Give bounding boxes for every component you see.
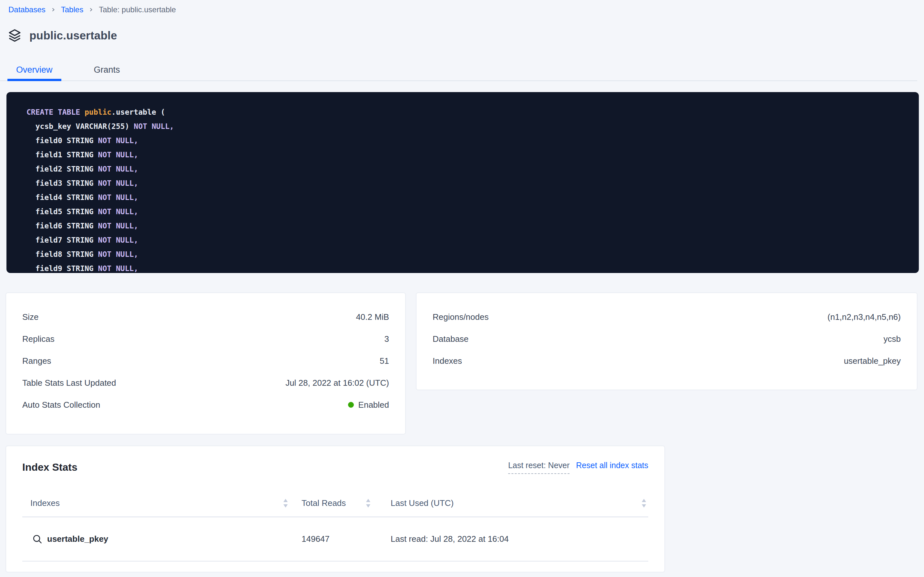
summary-value: ycsb [884, 334, 901, 344]
tab-overview[interactable]: Overview [7, 61, 61, 81]
code-line: field6 STRING NOT NULL, [26, 219, 909, 233]
code-line: ycsb_key VARCHAR(255) NOT NULL, [26, 119, 909, 134]
summary-label: Auto Stats Collection [22, 400, 100, 410]
summary-value: (n1,n2,n3,n4,n5,n6) [828, 312, 901, 322]
breadcrumb-current: Table: public.usertable [99, 5, 176, 14]
summary-label: Ranges [22, 356, 51, 366]
chevron-right-icon [89, 7, 93, 12]
summary-row: Table Stats Last UpdatedJul 28, 2022 at … [22, 372, 389, 394]
table-summary-card: Size40.2 MiBReplicas3Ranges51Table Stats… [6, 293, 405, 434]
sort-icon [283, 499, 288, 508]
index-table-header: IndexesTotal ReadsLast Used (UTC) [22, 490, 648, 517]
summary-row: Replicas3 [22, 328, 389, 350]
code-line: field3 STRING NOT NULL, [26, 176, 909, 190]
tab-grants[interactable]: Grants [85, 61, 129, 81]
summary-label: Indexes [432, 356, 462, 366]
breadcrumb: Databases Tables Table: public.usertable [0, 0, 924, 15]
summary-value: 3 [384, 334, 389, 344]
code-line: field7 STRING NOT NULL, [26, 233, 909, 247]
summary-value: 51 [380, 356, 389, 366]
summary-label: Regions/nodes [432, 312, 489, 322]
summary-label: Size [22, 312, 39, 322]
database-summary-card: Regions/nodes(n1,n2,n3,n4,n5,n6)Database… [416, 293, 917, 390]
index-table-row: usertable_pkey149647Last read: Jul 28, 2… [22, 517, 648, 561]
summary-label: Database [432, 334, 468, 344]
sort-icon [641, 499, 646, 508]
code-line: field9 STRING NOT NULL, [26, 261, 909, 273]
total-reads-cell: 149647 [292, 534, 383, 544]
sort-icon [366, 499, 371, 508]
summary-row: Ranges51 [22, 350, 389, 372]
code-line: field5 STRING NOT NULL, [26, 205, 909, 219]
last-reset-info[interactable]: Last reset: Never [508, 461, 569, 474]
status-dot-icon [348, 402, 354, 408]
summary-cards: Size40.2 MiBReplicas3Ranges51Table Stats… [6, 293, 917, 434]
summary-row: Auto Stats CollectionEnabled [22, 394, 389, 416]
chevron-right-icon [51, 7, 56, 12]
summary-label: Table Stats Last Updated [22, 378, 116, 388]
index-stats-title: Index Stats [22, 460, 77, 474]
code-line: field2 STRING NOT NULL, [26, 162, 909, 176]
column-header-last-used-utc-[interactable]: Last Used (UTC) [383, 498, 648, 508]
tab-bar: Overview Grants [0, 61, 924, 81]
last-used-cell: Last read: Jul 28, 2022 at 16:04 [383, 534, 648, 544]
summary-row: Databaseycsb [432, 328, 901, 350]
breadcrumb-link-databases[interactable]: Databases [8, 5, 45, 14]
summary-value: 40.2 MiB [356, 312, 389, 322]
index-name: usertable_pkey [47, 534, 108, 544]
create-table-statement: CREATE TABLE public.usertable ( ycsb_key… [6, 92, 919, 273]
column-header-indexes[interactable]: Indexes [22, 498, 292, 508]
code-line: CREATE TABLE public.usertable ( [26, 105, 909, 119]
breadcrumb-link-tables[interactable]: Tables [61, 5, 83, 14]
summary-row: Indexesusertable_pkey [432, 350, 901, 372]
summary-row: Regions/nodes(n1,n2,n3,n4,n5,n6) [432, 306, 901, 328]
stack-icon [7, 28, 22, 43]
page-title: public.usertable [29, 29, 117, 42]
summary-value: usertable_pkey [844, 356, 901, 366]
page-header: public.usertable [7, 27, 924, 44]
search-icon [32, 534, 43, 545]
summary-value: Jul 28, 2022 at 16:02 (UTC) [285, 378, 389, 388]
code-line: field0 STRING NOT NULL, [26, 134, 909, 148]
summary-row: Size40.2 MiB [22, 306, 389, 328]
code-line: field4 STRING NOT NULL, [26, 190, 909, 205]
index-name-cell: usertable_pkey [22, 534, 292, 545]
code-line: field1 STRING NOT NULL, [26, 148, 909, 162]
column-header-total-reads[interactable]: Total Reads [292, 498, 383, 508]
summary-value: Enabled [348, 400, 389, 410]
code-line: field8 STRING NOT NULL, [26, 247, 909, 261]
reset-all-index-stats-link[interactable]: Reset all index stats [576, 461, 648, 470]
summary-label: Replicas [22, 334, 55, 344]
index-stats-card: Index Stats Last reset: Never Reset all … [6, 446, 665, 572]
